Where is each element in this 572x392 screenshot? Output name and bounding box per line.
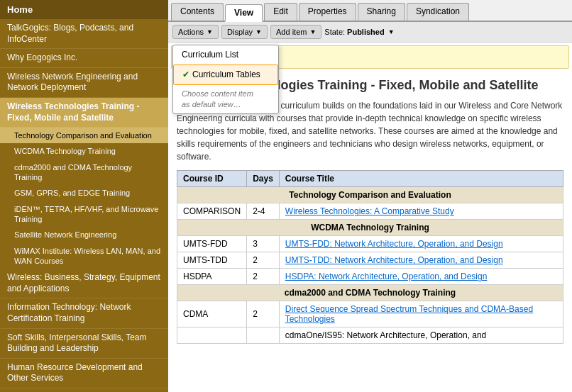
- course-days: 2: [247, 252, 280, 269]
- dropdown-item-choose-default[interactable]: Choose content itemas default view…: [173, 85, 278, 114]
- add-item-button[interactable]: Add item ▼: [270, 25, 321, 39]
- display-button[interactable]: Display ▼: [221, 25, 268, 39]
- course-days: 3: [247, 236, 280, 252]
- sidebar-item-gsm-gprs[interactable]: GSM, GPRS, and EDGE Training: [0, 185, 168, 201]
- state-badge: State: Published ▼: [324, 28, 394, 36]
- section-cdma2000: cdma2000 and CDMA Technology Training: [177, 285, 563, 301]
- course-title: HSDPA: Network Architecture, Operation, …: [279, 269, 563, 285]
- course-id: COMPARISON: [177, 203, 247, 220]
- sidebar-item-wimax[interactable]: WiMAX Institute: Wireless LAN, MAN, and …: [0, 243, 168, 269]
- table-row: UMTS-TDD 2 UMTS-TDD: Network Architectur…: [177, 252, 563, 269]
- table-row: cdmaOne/IS95: Network Architecture, Oper…: [177, 327, 563, 344]
- table-row: HSDPA 2 HSDPA: Network Architecture, Ope…: [177, 269, 563, 285]
- course-link[interactable]: Wireless Technologies: A Comparative Stu…: [285, 206, 454, 216]
- course-title: UMTS-TDD: Network Architecture, Operatio…: [279, 252, 563, 269]
- tab-contents[interactable]: Contents: [171, 3, 224, 21]
- sidebar-item-wcdma[interactable]: WCDMA Technology Training: [0, 143, 168, 159]
- actions-dropdown-menu: Curriculum List ✔Curriculum Tables Choos…: [172, 45, 279, 114]
- course-id: UMTS-TDD: [177, 252, 247, 269]
- course-title: Wireless Technologies: A Comparative Stu…: [279, 203, 563, 220]
- sidebar-item-tech-comparison[interactable]: Technology Comparison and Evaluation: [0, 128, 168, 143]
- dropdown-item-curriculum-list[interactable]: Curriculum List: [173, 45, 278, 65]
- actions-area: Actions ▼ Curriculum List ✔Curriculum Ta…: [172, 25, 219, 39]
- course-title: UMTS-FDD: Network Architecture, Operatio…: [279, 236, 563, 252]
- sidebar-item-human-resource[interactable]: Human Resource Development and Other Ser…: [0, 359, 168, 388]
- col-header-title: Course Title: [279, 171, 563, 187]
- sidebar-item-satellite[interactable]: Satellite Network Engineering: [0, 227, 168, 242]
- tab-sharing[interactable]: Sharing: [358, 3, 405, 21]
- tab-view[interactable]: View: [225, 4, 263, 22]
- add-item-dropdown-arrow: ▼: [309, 28, 316, 35]
- course-days: 2-4: [247, 203, 280, 220]
- main-content: Contents View Edit Properties Sharing Sy…: [168, 0, 572, 392]
- tab-edit[interactable]: Edit: [264, 3, 297, 21]
- tab-properties[interactable]: Properties: [299, 3, 356, 21]
- course-text: cdmaOne/IS95: Network Architecture, Oper…: [285, 330, 486, 340]
- course-title: cdmaOne/IS95: Network Architecture, Oper…: [279, 327, 563, 344]
- sidebar-item-soft-skills[interactable]: Soft Skills, Interpersonal Skills, Team …: [0, 329, 168, 359]
- sidebar-item-why-eogogics[interactable]: Why Eogogics Inc.: [0, 49, 168, 68]
- tabs-bar: Contents View Edit Properties Sharing Sy…: [168, 0, 572, 22]
- course-id: HSDPA: [177, 269, 247, 285]
- table-row: COMPARISON 2-4 Wireless Technologies: A …: [177, 203, 563, 220]
- actions-button[interactable]: Actions ▼: [172, 25, 219, 39]
- state-dropdown-arrow[interactable]: ▼: [388, 28, 395, 35]
- sidebar-item-wireless-business[interactable]: Wireless: Business, Strategy, Equipment …: [0, 269, 168, 298]
- display-dropdown-arrow: ▼: [255, 28, 262, 35]
- course-link[interactable]: Direct Sequence Spread Spectrum Techniqu…: [285, 304, 533, 324]
- state-value: Published: [347, 28, 385, 36]
- course-days: 2: [247, 269, 280, 285]
- course-id: CDMA: [177, 301, 247, 327]
- sidebar-item-wireless-technologies[interactable]: Wireless Technologies Training - Fixed, …: [0, 98, 168, 128]
- toolbar: Actions ▼ Curriculum List ✔Curriculum Ta…: [168, 22, 572, 43]
- check-icon: ✔: [182, 69, 189, 79]
- col-header-days: Days: [247, 171, 280, 187]
- section-title: WCDMA Technology Training: [177, 220, 563, 236]
- sidebar-item-cdma2000[interactable]: cdma2000 and CDMA Technology Training: [0, 159, 168, 186]
- sidebar: Home TalkGogics: Blogs, Podcasts, and In…: [0, 0, 168, 392]
- course-title: Direct Sequence Spread Spectrum Techniqu…: [279, 301, 563, 327]
- course-link[interactable]: UMTS-TDD: Network Architecture, Operatio…: [285, 255, 503, 265]
- course-link[interactable]: UMTS-FDD: Network Architecture, Operatio…: [285, 239, 503, 249]
- sidebar-item-wireless-network[interactable]: Wireless Network Engineering and Network…: [0, 68, 168, 98]
- dropdown-item-curriculum-tables[interactable]: ✔Curriculum Tables: [173, 65, 278, 85]
- course-id: [177, 327, 247, 344]
- curriculum-table: Course ID Days Course Title Technology C…: [177, 170, 563, 344]
- course-days: 2: [247, 301, 280, 327]
- section-title: Technology Comparison and Evaluation: [177, 187, 563, 203]
- course-days: [247, 327, 280, 344]
- col-header-id: Course ID: [177, 171, 247, 187]
- section-wcdma: WCDMA Technology Training: [177, 220, 563, 236]
- course-link[interactable]: HSDPA: Network Architecture, Operation, …: [285, 271, 488, 281]
- course-id: UMTS-FDD: [177, 236, 247, 252]
- sidebar-home[interactable]: Home: [0, 0, 168, 19]
- section-title: cdma2000 and CDMA Technology Training: [177, 285, 563, 301]
- sidebar-item-talkgogics[interactable]: TalkGogics: Blogs, Podcasts, and InfoCen…: [0, 19, 168, 49]
- tab-syndication[interactable]: Syndication: [407, 3, 469, 21]
- section-tech-comparison: Technology Comparison and Evaluation: [177, 187, 563, 203]
- sidebar-item-eogogics[interactable]: eGogics Institute: Webinars and e-Learni…: [0, 388, 168, 392]
- actions-dropdown-arrow: ▼: [207, 28, 213, 35]
- content-area: Wireless Technologies Training - Fixed, …: [168, 72, 572, 392]
- sidebar-item-ident-tetra[interactable]: iDEN™, TETRA, HF/VHF, and Microwave Trai…: [0, 201, 168, 228]
- table-row: UMTS-FDD 3 UMTS-FDD: Network Architectur…: [177, 236, 563, 252]
- sidebar-item-info-tech[interactable]: Information Technology: Network Certific…: [0, 298, 168, 328]
- table-row: CDMA 2 Direct Sequence Spread Spectrum T…: [177, 301, 563, 327]
